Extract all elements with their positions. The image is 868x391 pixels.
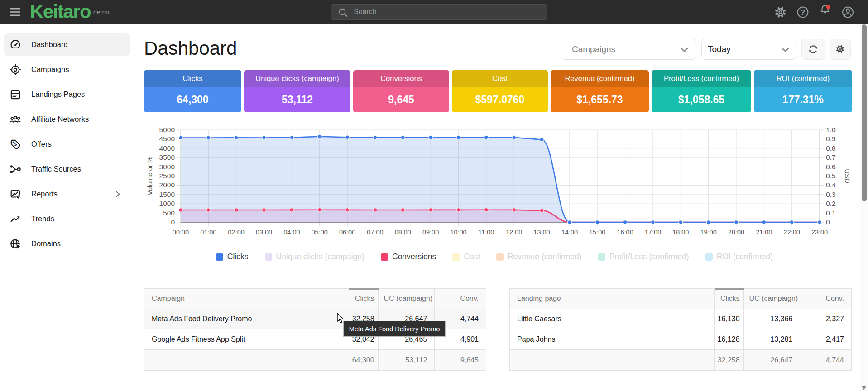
svg-text:18:00: 18:00: [672, 229, 689, 236]
svg-text:16:00: 16:00: [617, 229, 633, 236]
svg-text:04:00: 04:00: [283, 229, 300, 236]
svg-text:21:00: 21:00: [756, 229, 772, 236]
svg-text:08:00: 08:00: [395, 229, 411, 236]
svg-text:1000: 1000: [159, 200, 175, 207]
svg-text:03:00: 03:00: [256, 229, 272, 236]
svg-text:10:00: 10:00: [450, 229, 466, 236]
svg-text:06:00: 06:00: [339, 229, 355, 236]
svg-text:4500: 4500: [159, 135, 175, 143]
svg-text:17:00: 17:00: [645, 229, 661, 236]
svg-text:2000: 2000: [159, 181, 175, 189]
svg-text:13:00: 13:00: [533, 229, 550, 236]
svg-text:11:00: 11:00: [478, 229, 494, 236]
svg-text:?: ?: [801, 8, 805, 17]
svg-text:0: 0: [826, 218, 830, 226]
svg-text:15:00: 15:00: [589, 229, 605, 236]
svg-text:0.9: 0.9: [826, 135, 836, 143]
svg-text:12:00: 12:00: [506, 229, 522, 236]
svg-text:0.2: 0.2: [826, 200, 836, 207]
svg-text:0.4: 0.4: [826, 181, 836, 189]
svg-text:0.5: 0.5: [826, 172, 836, 180]
svg-text:0.1: 0.1: [826, 209, 836, 217]
svg-text:07:00: 07:00: [367, 229, 383, 236]
svg-text:2500: 2500: [159, 172, 175, 180]
svg-text:0: 0: [171, 218, 175, 226]
svg-text:19:00: 19:00: [700, 229, 716, 236]
svg-text:23:00: 23:00: [811, 229, 828, 236]
svg-text:09:00: 09:00: [422, 229, 439, 236]
svg-text:22:00: 22:00: [784, 229, 800, 236]
svg-text:0.8: 0.8: [826, 144, 836, 152]
svg-text:05:00: 05:00: [312, 229, 328, 236]
svg-text:01:00: 01:00: [200, 229, 216, 236]
svg-text:0.3: 0.3: [826, 191, 836, 198]
svg-text:14:00: 14:00: [561, 229, 578, 236]
svg-text:4000: 4000: [159, 144, 175, 152]
svg-text:20:00: 20:00: [728, 229, 744, 236]
svg-text:Volume or %: Volume or %: [146, 157, 153, 195]
svg-text:USD: USD: [844, 169, 851, 183]
svg-text:1500: 1500: [159, 191, 175, 198]
svg-text:3000: 3000: [159, 163, 175, 171]
svg-text:5000: 5000: [159, 127, 175, 134]
svg-text:500: 500: [163, 209, 175, 217]
svg-text:00:00: 00:00: [173, 229, 189, 236]
svg-text:0.7: 0.7: [826, 153, 836, 161]
svg-text:02:00: 02:00: [228, 229, 245, 236]
svg-text:3500: 3500: [159, 153, 175, 161]
svg-text:1.0: 1.0: [826, 127, 836, 134]
svg-text:0.6: 0.6: [826, 163, 836, 171]
